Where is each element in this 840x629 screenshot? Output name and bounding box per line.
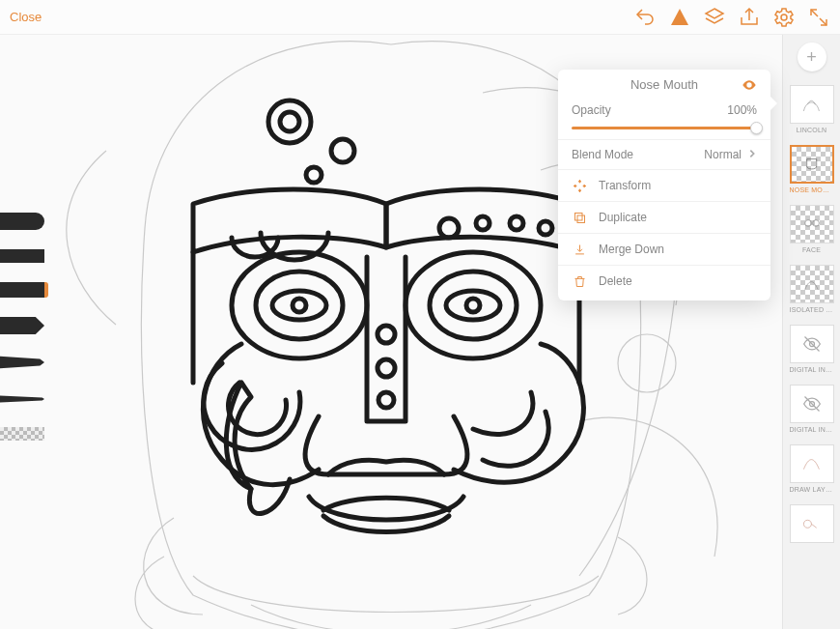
layer-label: FACE: [790, 246, 834, 253]
trash-icon: [572, 273, 587, 289]
hidden-eye-icon: [791, 326, 833, 362]
shape-tool-icon[interactable]: [668, 6, 691, 29]
svg-point-23: [813, 219, 820, 226]
layers-panel: + LINCOLN NOSE MOUTH FACE ISOLATED DRAWI…: [782, 35, 840, 629]
chevron-right-icon: [747, 148, 757, 161]
undo-icon[interactable]: [633, 6, 657, 29]
duplicate-icon: [572, 210, 587, 225]
action-label: Merge Down: [599, 243, 664, 256]
svg-point-20: [378, 359, 395, 377]
delete-action[interactable]: Delete: [558, 265, 770, 297]
layer-label: DIGITAL INKING: [790, 366, 834, 373]
svg-point-15: [406, 252, 541, 358]
brush-chisel[interactable]: [0, 282, 48, 298]
svg-point-11: [232, 252, 367, 358]
add-layer-button[interactable]: +: [798, 43, 826, 71]
svg-point-6: [306, 167, 322, 183]
action-label: Transform: [599, 179, 651, 192]
svg-point-18: [466, 299, 480, 312]
svg-point-21: [378, 392, 394, 408]
merge-down-icon: [572, 242, 587, 257]
layer-item-lincoln[interactable]: LINCOLN: [790, 85, 834, 133]
layer-item-8[interactable]: [790, 504, 834, 546]
brush-flat[interactable]: [0, 249, 44, 263]
svg-point-0: [781, 14, 787, 20]
svg-point-7: [439, 218, 459, 238]
svg-point-13: [272, 291, 326, 320]
svg-point-17: [446, 291, 500, 320]
layer-label: ISOLATED DRAWING: [790, 306, 834, 313]
action-label: Delete: [599, 274, 632, 288]
transform-icon: [572, 178, 587, 193]
blend-mode-row[interactable]: Blend Mode Normal: [558, 139, 770, 169]
top-toolbar: Close: [0, 0, 840, 35]
brush-eraser[interactable]: [0, 427, 44, 441]
layer-item-face[interactable]: FACE: [790, 205, 834, 253]
brush-taper-3[interactable]: [0, 390, 44, 408]
svg-rect-28: [577, 215, 585, 223]
hidden-eye-icon: [791, 386, 833, 422]
blend-label: Blend Mode: [572, 148, 704, 161]
layer-item-digital2[interactable]: DIGITAL INKING: [790, 385, 834, 433]
brush-taper-2[interactable]: [0, 354, 44, 371]
share-icon[interactable]: [738, 6, 761, 29]
svg-point-5: [331, 139, 354, 162]
svg-point-10: [539, 221, 552, 235]
svg-point-3: [268, 100, 311, 143]
svg-point-8: [476, 216, 490, 230]
svg-point-19: [378, 326, 395, 343]
svg-point-4: [280, 112, 299, 131]
brush-taper-1[interactable]: [0, 317, 44, 334]
transform-action[interactable]: Transform: [558, 169, 770, 201]
opacity-value: 100%: [727, 103, 757, 117]
layer-item-nosemouth[interactable]: NOSE MOUTH: [790, 145, 834, 193]
svg-point-9: [510, 216, 523, 230]
layer-options-popover: Nose Mouth Opacity 100% Blend Mode Norma…: [558, 70, 770, 300]
opacity-slider[interactable]: [558, 125, 770, 139]
visibility-toggle-icon[interactable]: [742, 77, 757, 96]
layer-label: LINCOLN: [790, 127, 834, 133]
settings-icon[interactable]: [772, 6, 796, 29]
layer-label: DRAW LAYER: [790, 486, 834, 493]
layer-item-digital1[interactable]: DIGITAL INKING: [790, 325, 834, 373]
svg-point-22: [805, 219, 812, 226]
fullscreen-icon[interactable]: [807, 6, 830, 29]
layers-icon[interactable]: [703, 6, 726, 29]
svg-point-16: [430, 272, 517, 339]
svg-rect-29: [574, 213, 582, 220]
layer-item-drawlayer[interactable]: DRAW LAYER: [790, 444, 834, 493]
layer-label: DIGITAL INKING: [790, 426, 834, 433]
blend-value: Normal: [704, 148, 742, 161]
layer-item-isolated[interactable]: ISOLATED DRAWING: [790, 265, 834, 313]
action-label: Duplicate: [599, 211, 647, 224]
layer-label: NOSE MOUTH: [790, 186, 834, 193]
svg-point-12: [256, 272, 343, 339]
duplicate-action[interactable]: Duplicate: [558, 201, 770, 233]
close-button[interactable]: Close: [10, 10, 42, 24]
brush-picker: [0, 213, 56, 441]
svg-point-14: [293, 299, 306, 312]
popover-title: Nose Mouth: [630, 77, 698, 92]
opacity-label: Opacity: [572, 103, 727, 117]
brush-round[interactable]: [0, 213, 44, 230]
merge-action[interactable]: Merge Down: [558, 233, 770, 265]
